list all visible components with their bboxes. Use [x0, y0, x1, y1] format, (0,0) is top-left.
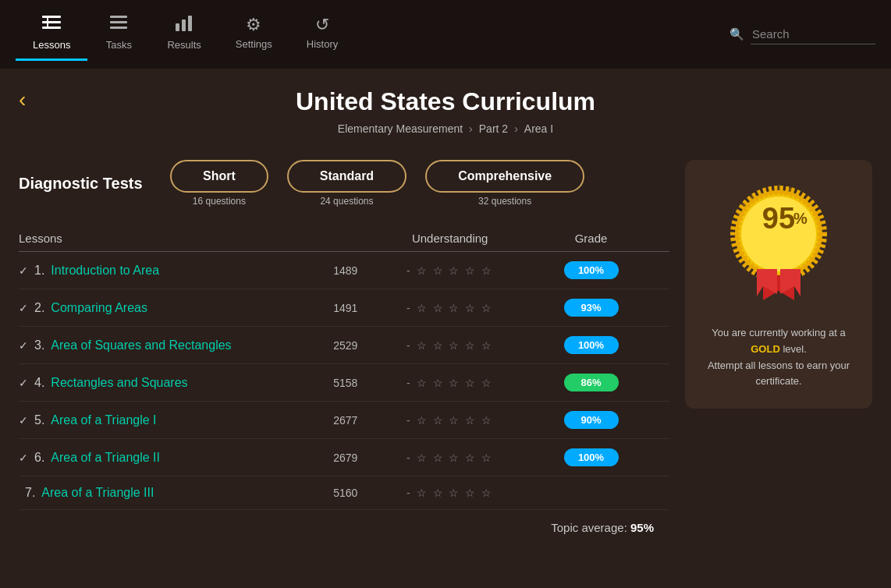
col-grade: Grade	[513, 225, 669, 252]
table-row: ✓ 2. Comparing Areas 1491- ☆ ☆ ☆ ☆ ☆93%	[19, 289, 669, 327]
stars-cell: - ☆ ☆ ☆ ☆ ☆	[387, 439, 513, 476]
svg-rect-5	[110, 21, 127, 23]
col-id	[304, 225, 387, 252]
settings-icon: ⚙	[246, 16, 261, 34]
nav-results-label: Results	[167, 39, 201, 51]
lesson-link[interactable]: ✓ 6. Area of a Triangle II	[19, 451, 304, 465]
search-area: 🔍	[729, 24, 875, 44]
svg-rect-3	[47, 16, 48, 29]
lesson-number: 1.	[34, 264, 44, 278]
search-input[interactable]	[751, 24, 875, 44]
lesson-name-text[interactable]: Rectangles and Squares	[51, 376, 187, 390]
tasks-icon	[110, 16, 127, 34]
diag-standard-button[interactable]: Standard	[287, 160, 406, 193]
table-row: ✓ 1. Introduction to Area 1489- ☆ ☆ ☆ ☆ …	[19, 252, 669, 289]
topic-avg-value: 95%	[630, 521, 654, 534]
lesson-link[interactable]: ✓ 5. Area of a Triangle I	[19, 413, 304, 427]
navbar: Lessons Tasks Results	[0, 0, 891, 69]
lesson-id: 1489	[304, 252, 387, 289]
nav-tasks[interactable]: Tasks	[87, 8, 150, 61]
results-icon	[176, 16, 193, 34]
table-row: ✓ 5. Area of a Triangle I 2677- ☆ ☆ ☆ ☆ …	[19, 402, 669, 439]
diag-short-sub: 16 questions	[193, 196, 246, 207]
lesson-name-text[interactable]: Area of a Triangle III	[41, 486, 154, 500]
back-button[interactable]: ‹	[19, 87, 26, 112]
svg-rect-9	[188, 16, 192, 31]
badge-svg: 95 %	[724, 175, 833, 300]
badge-text: You are currently working at a GOLD leve…	[698, 325, 860, 390]
lesson-id: 5158	[304, 364, 387, 402]
check-icon: ✓	[19, 414, 28, 427]
lesson-name-text[interactable]: Area of a Triangle I	[51, 413, 156, 427]
lesson-name-text[interactable]: Area of Squares and Rectangles	[51, 338, 231, 352]
badge-wrap: 95 %	[724, 175, 833, 300]
breadcrumb-item-2[interactable]: Part 2	[479, 122, 508, 135]
nav-settings[interactable]: ⚙ Settings	[218, 8, 289, 61]
nav-history[interactable]: ↺ History	[289, 8, 355, 61]
nav-lessons[interactable]: Lessons	[16, 8, 87, 61]
diag-short-button[interactable]: Short	[170, 160, 268, 193]
lesson-link[interactable]: ✓ 1. Introduction to Area	[19, 264, 304, 278]
grade-cell: 100%	[513, 252, 669, 289]
page-title: United States Curriculum	[16, 87, 875, 116]
breadcrumb-item-1[interactable]: Elementary Measurement	[338, 122, 463, 135]
stars-cell: - ☆ ☆ ☆ ☆ ☆	[387, 252, 513, 289]
star-rating: - ☆ ☆ ☆ ☆ ☆	[406, 264, 493, 277]
lesson-number: 6.	[34, 451, 44, 465]
svg-text:95: 95	[762, 202, 795, 235]
stars-cell: - ☆ ☆ ☆ ☆ ☆	[387, 402, 513, 439]
topic-avg-label: Topic average:	[551, 521, 627, 534]
lesson-number: 7.	[25, 486, 35, 500]
lesson-id: 1491	[304, 289, 387, 327]
lesson-id: 5160	[304, 476, 387, 510]
grade-bar: 100%	[564, 336, 619, 354]
badge-cta: Attempt all lessons to earn your certifi…	[708, 360, 850, 388]
lesson-id: 2529	[304, 327, 387, 364]
lesson-link[interactable]: ✓ 4. Rectangles and Squares	[19, 376, 304, 390]
svg-rect-6	[110, 27, 127, 29]
col-understanding: Understanding	[387, 225, 513, 252]
grade-bar: 90%	[564, 411, 619, 429]
nav-results[interactable]: Results	[150, 8, 218, 61]
check-icon: ✓	[19, 302, 28, 314]
grade-bar: 86%	[564, 374, 619, 391]
lesson-link[interactable]: ✓ 3. Area of Squares and Rectangles	[19, 338, 304, 352]
col-lessons: Lessons	[19, 225, 304, 252]
grade-bar: 100%	[564, 448, 619, 466]
diagnostic-label: Diagnostic Tests	[19, 175, 151, 193]
lessons-table: Lessons Understanding Grade ✓ 1. Introdu…	[19, 225, 669, 510]
right-panel: 95 % You are currently working at a GOLD…	[685, 160, 872, 534]
check-icon: ✓	[19, 339, 28, 352]
svg-rect-1	[42, 21, 61, 23]
grade-bar: 93%	[564, 299, 619, 317]
breadcrumb-sep-1: ›	[469, 122, 473, 135]
diag-comprehensive-button[interactable]: Comprehensive	[425, 160, 584, 193]
lessons-icon	[42, 16, 61, 34]
diag-standard-sub: 24 questions	[320, 196, 373, 207]
main-content: Diagnostic Tests Short 16 questions Stan…	[0, 144, 891, 550]
check-icon: ✓	[19, 377, 28, 389]
diagnostic-section: Diagnostic Tests Short 16 questions Stan…	[19, 160, 669, 207]
star-rating: - ☆ ☆ ☆ ☆ ☆	[406, 377, 493, 389]
lesson-name-text[interactable]: Comparing Areas	[51, 301, 147, 315]
svg-rect-4	[110, 16, 127, 18]
diag-comprehensive-sub: 32 questions	[478, 196, 531, 207]
lesson-id: 2677	[304, 402, 387, 439]
lesson-link[interactable]: 7. Area of a Triangle III	[19, 486, 304, 500]
nav-tasks-label: Tasks	[106, 39, 132, 51]
gold-badge-card: 95 % You are currently working at a GOLD…	[685, 160, 872, 409]
grade-cell: 100%	[513, 327, 669, 364]
badge-desc: You are currently working at a	[712, 327, 846, 338]
diag-standard-wrap: Standard 24 questions	[287, 160, 406, 207]
breadcrumb-item-3[interactable]: Area I	[524, 122, 553, 135]
lesson-name-text[interactable]: Introduction to Area	[51, 264, 159, 278]
lesson-link[interactable]: ✓ 2. Comparing Areas	[19, 301, 304, 315]
table-row: ✓ 3. Area of Squares and Rectangles 2529…	[19, 327, 669, 364]
star-rating: - ☆ ☆ ☆ ☆ ☆	[406, 302, 493, 314]
lesson-name-text[interactable]: Area of a Triangle II	[51, 451, 160, 465]
stars-cell: - ☆ ☆ ☆ ☆ ☆	[387, 289, 513, 327]
svg-rect-2	[42, 27, 61, 29]
svg-rect-8	[182, 19, 186, 31]
svg-rect-7	[176, 23, 179, 31]
page-header: ‹ United States Curriculum Elementary Me…	[0, 69, 891, 144]
